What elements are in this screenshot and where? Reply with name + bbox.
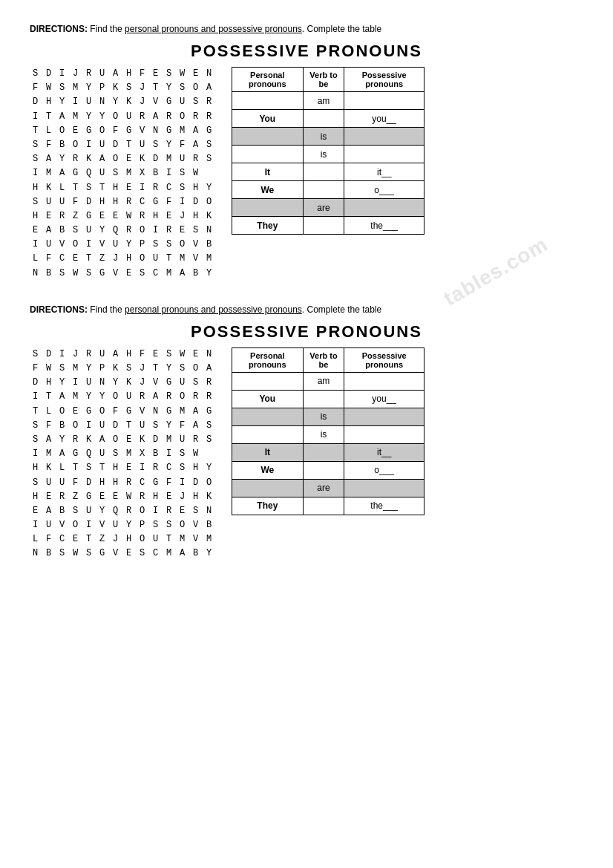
ws-cell: U — [83, 95, 96, 109]
ws-cell: H — [110, 476, 123, 490]
possessive-cell: the___ — [344, 217, 424, 235]
ws-cell: D — [43, 67, 56, 81]
ws-cell: A — [43, 223, 56, 238]
ws-cell: I — [30, 447, 43, 461]
ws-cell: U — [96, 347, 110, 362]
ws-cell: E — [70, 532, 83, 546]
table-header: Personal pronouns — [232, 347, 304, 372]
ws-cell: I — [70, 376, 83, 390]
ws-cell: U — [56, 476, 70, 490]
ws-cell: Y — [203, 181, 217, 195]
ws-cell: Y — [110, 376, 123, 390]
verb-cell: is — [303, 146, 344, 163]
ws-cell: S — [30, 476, 43, 490]
table-row: Weo___ — [232, 181, 424, 199]
ws-cell: G — [163, 124, 177, 138]
ws-cell: I — [177, 476, 190, 490]
ws-cell: E — [70, 252, 83, 266]
ws-cell: G — [83, 124, 96, 138]
pronoun-cell — [232, 146, 304, 163]
ws-cell: E — [123, 181, 137, 195]
wordsearch-row: EABSUYQROIRESN — [30, 223, 217, 238]
ws-cell: M — [203, 252, 217, 266]
ws-cell: S — [110, 166, 123, 180]
ws-cell: V — [150, 95, 163, 109]
table-row: is — [232, 408, 424, 425]
ws-cell: I — [30, 166, 43, 180]
ws-cell: K — [203, 209, 217, 223]
ws-cell: Y — [163, 362, 177, 376]
table-header: Verb to be — [303, 347, 344, 372]
ws-cell: T — [30, 124, 43, 138]
pronoun-cell: It — [232, 163, 304, 181]
verb-cell: are — [303, 199, 344, 217]
ws-cell: A — [150, 390, 163, 404]
ws-cell: R — [203, 390, 217, 404]
ws-cell: E — [30, 504, 43, 518]
ws-cell: Q — [83, 166, 96, 180]
ws-cell: H — [150, 490, 163, 504]
ws-cell: T — [150, 81, 163, 95]
ws-cell: S — [150, 518, 163, 532]
ws-cell: X — [137, 166, 150, 180]
possessive-cell — [344, 479, 424, 497]
ws-cell: G — [123, 405, 137, 419]
ws-cell: S — [56, 81, 70, 95]
ws-cell: U — [56, 195, 70, 209]
content-row-1: SDIJRUAHFESWENFWSMYPKSJTYSOADHYIUNYKJVGU… — [30, 67, 583, 281]
ws-cell: Y — [96, 504, 110, 518]
ws-cell: S — [137, 546, 150, 561]
ws-cell: B — [56, 223, 70, 238]
ws-cell: F — [30, 81, 43, 95]
ws-cell: V — [150, 376, 163, 390]
ws-cell: B — [203, 238, 217, 252]
ws-cell: F — [137, 347, 150, 362]
ws-cell: H — [96, 195, 110, 209]
ws-cell: W — [43, 81, 56, 95]
ws-cell: E — [30, 223, 43, 238]
ws-cell: T — [123, 138, 137, 152]
wordsearch-row: LFCETZJHOUTMVM — [30, 532, 217, 546]
ws-cell: Y — [56, 152, 70, 166]
ws-cell: S — [83, 181, 96, 195]
ws-cell: Y — [163, 419, 177, 433]
ws-cell: D — [83, 476, 96, 490]
pronoun-cell: They — [232, 217, 304, 235]
ws-cell: N — [203, 347, 217, 362]
ws-cell: V — [56, 518, 70, 532]
ws-cell: O — [96, 124, 110, 138]
ws-cell: O — [137, 223, 150, 238]
ws-cell: E — [123, 461, 137, 475]
ws-cell: O — [137, 532, 150, 546]
ws-cell: Y — [96, 223, 110, 238]
ws-cell: Y — [56, 433, 70, 447]
ws-cell: Y — [83, 390, 96, 404]
ws-cell: N — [30, 267, 43, 281]
ws-cell: M — [43, 447, 56, 461]
ws-cell: S — [70, 223, 83, 238]
ws-cell: K — [43, 461, 56, 475]
wordsearch-row: NBSWSGVESCMABY — [30, 267, 217, 281]
ws-cell: Y — [96, 390, 110, 404]
ws-cell: C — [137, 476, 150, 490]
ws-cell: H — [110, 461, 123, 475]
ws-cell: K — [123, 95, 137, 109]
ws-cell: U — [96, 166, 110, 180]
ws-cell: C — [56, 252, 70, 266]
verb-cell: are — [303, 479, 344, 497]
ws-cell: R — [163, 504, 177, 518]
ws-cell: A — [56, 447, 70, 461]
ws-cell: I — [137, 461, 150, 475]
ws-cell: U — [96, 419, 110, 433]
table-row: Weo___ — [232, 461, 424, 479]
ws-cell: V — [56, 238, 70, 252]
ws-cell: V — [190, 238, 203, 252]
verb-cell: is — [303, 425, 344, 443]
ws-cell: S — [177, 447, 190, 461]
possessive-cell: it__ — [344, 443, 424, 461]
ws-cell: A — [56, 390, 70, 404]
ws-cell: W — [70, 267, 83, 281]
ws-cell: S — [177, 362, 190, 376]
ws-cell: H — [123, 347, 137, 362]
ws-cell: U — [96, 67, 110, 81]
